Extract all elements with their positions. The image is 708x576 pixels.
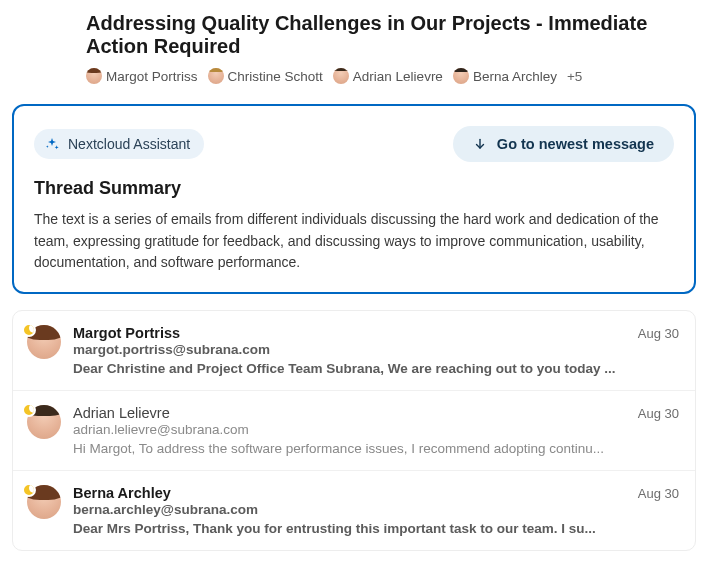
avatar-wrap (27, 485, 61, 536)
avatar (333, 68, 349, 84)
sender-email: berna.archley@subrana.com (73, 502, 679, 517)
message-list: Margot PortrissAug 30margot.portriss@sub… (12, 310, 696, 551)
status-moon-icon (22, 483, 36, 497)
message-body: Adrian LelievreAug 30adrian.lelievre@sub… (73, 405, 679, 456)
arrow-down-icon (473, 137, 487, 151)
sparkles-icon (44, 136, 60, 152)
avatar (208, 68, 224, 84)
message-preview: Dear Mrs Portriss, Thank you for entrust… (73, 521, 679, 536)
participants-row: Margot PortrissChristine SchottAdrian Le… (86, 68, 696, 84)
page-title: Addressing Quality Challenges in Our Pro… (86, 12, 696, 58)
participant-name: Christine Schott (228, 69, 323, 84)
message-body: Margot PortrissAug 30margot.portriss@sub… (73, 325, 679, 376)
message-preview: Dear Christine and Project Office Team S… (73, 361, 679, 376)
assistant-chip[interactable]: Nextcloud Assistant (34, 129, 204, 159)
thread-summary-card: Nextcloud Assistant Go to newest message… (12, 104, 696, 294)
message-preview: Hi Margot, To address the software perfo… (73, 441, 679, 456)
participant-name: Berna Archley (473, 69, 557, 84)
status-moon-icon (22, 403, 36, 417)
summary-title: Thread Summary (34, 178, 674, 199)
avatar-wrap (27, 405, 61, 456)
participant-chip[interactable]: Christine Schott (208, 68, 323, 84)
summary-header: Nextcloud Assistant Go to newest message (34, 126, 674, 162)
go-to-newest-button[interactable]: Go to newest message (453, 126, 674, 162)
newest-button-label: Go to newest message (497, 136, 654, 152)
sender-name: Berna Archley (73, 485, 171, 501)
avatar (453, 68, 469, 84)
avatar (86, 68, 102, 84)
avatar-wrap (27, 325, 61, 376)
status-moon-icon (22, 323, 36, 337)
message-item[interactable]: Adrian LelievreAug 30adrian.lelievre@sub… (13, 391, 695, 471)
more-participants[interactable]: +5 (567, 69, 582, 84)
message-date: Aug 30 (638, 326, 679, 341)
participant-chip[interactable]: Berna Archley (453, 68, 557, 84)
participant-chip[interactable]: Adrian Lelievre (333, 68, 443, 84)
sender-name: Adrian Lelievre (73, 405, 170, 421)
participant-chip[interactable]: Margot Portriss (86, 68, 198, 84)
participant-name: Margot Portriss (106, 69, 198, 84)
assistant-label: Nextcloud Assistant (68, 136, 190, 152)
message-date: Aug 30 (638, 406, 679, 421)
message-body: Berna ArchleyAug 30berna.archley@subrana… (73, 485, 679, 536)
participant-name: Adrian Lelievre (353, 69, 443, 84)
sender-email: adrian.lelievre@subrana.com (73, 422, 679, 437)
message-date: Aug 30 (638, 486, 679, 501)
message-item[interactable]: Margot PortrissAug 30margot.portriss@sub… (13, 311, 695, 391)
sender-name: Margot Portriss (73, 325, 180, 341)
message-item[interactable]: Berna ArchleyAug 30berna.archley@subrana… (13, 471, 695, 550)
summary-text: The text is a series of emails from diff… (34, 209, 674, 274)
sender-email: margot.portriss@subrana.com (73, 342, 679, 357)
